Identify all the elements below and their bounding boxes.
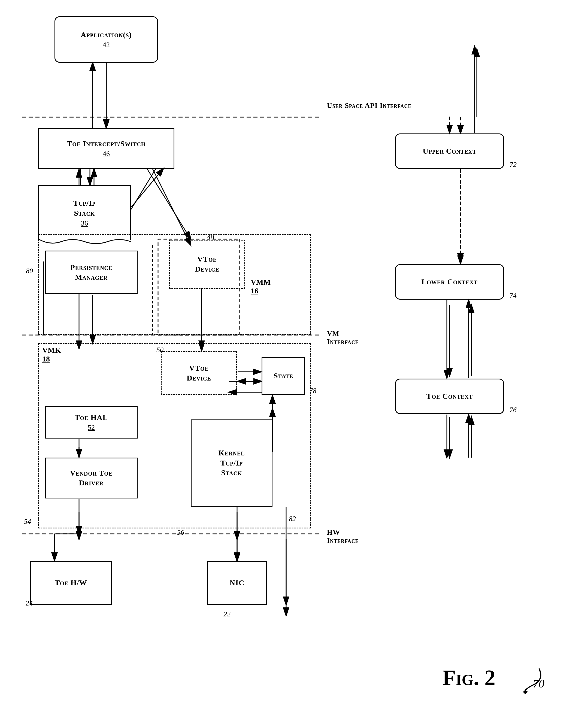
vmk-label: VMK18 bbox=[42, 346, 61, 363]
tcp-stack-ref: 36 bbox=[81, 219, 88, 228]
kernel-tcp-box: KernelTcp/IpStack bbox=[191, 419, 272, 506]
svg-line-8 bbox=[152, 169, 191, 245]
applications-ref: 42 bbox=[103, 41, 110, 49]
toe-hal-label: Toe HAL bbox=[75, 413, 108, 423]
vmm-label: VMM16 bbox=[251, 278, 271, 295]
persistence-manager-label: PersistenceManager bbox=[70, 263, 112, 282]
upper-context-label: Upper Context bbox=[423, 146, 476, 156]
ref-54: 54 bbox=[24, 518, 31, 526]
vtoe-vmm-ref: 48 bbox=[207, 233, 214, 241]
nic-label: NIC bbox=[230, 578, 245, 588]
diagram: Application(s) 42 User Space API Interfa… bbox=[0, 0, 588, 712]
tcp-stack-label: Tcp/IpStack bbox=[73, 198, 96, 218]
toe-hw-label: Toe H/W bbox=[55, 578, 87, 588]
vendor-toe-label: Vendor ToeDriver bbox=[70, 468, 113, 488]
toe-context-box: Toe Context bbox=[395, 379, 504, 414]
vtoe-device-vmm-box: VToeDevice bbox=[169, 240, 245, 289]
user-space-label: User Space API Interface bbox=[327, 101, 412, 111]
lower-context-label: Lower Context bbox=[421, 277, 478, 287]
persistence-ref: 80 bbox=[26, 267, 33, 275]
applications-box: Application(s) 42 bbox=[55, 16, 158, 63]
nic-box: NIC bbox=[207, 561, 267, 605]
vtoe-device-vmk-box: VToeDevice bbox=[161, 351, 237, 395]
toe-intercept-box: Toe Intercept/Switch 46 bbox=[38, 128, 174, 169]
toe-intercept-label: Toe Intercept/Switch bbox=[67, 139, 146, 149]
vtoe-device-vmk-label: VToeDevice bbox=[187, 363, 211, 383]
vendor-toe-box: Vendor ToeDriver bbox=[45, 458, 138, 498]
upper-context-ref: 72 bbox=[509, 161, 517, 169]
vtoe-vmk-ref: 50 bbox=[156, 346, 164, 354]
toe-hal-ref: 52 bbox=[88, 424, 95, 432]
toe-context-label: Toe Context bbox=[426, 391, 473, 401]
fig-arrow bbox=[517, 663, 550, 696]
hw-interface-label: HWInterface bbox=[327, 528, 359, 545]
lower-context-box: Lower Context bbox=[395, 264, 504, 300]
toe-hw-ref: 24 bbox=[26, 599, 33, 607]
vtoe-device-vmm-label: VToeDevice bbox=[195, 254, 219, 274]
state-label: State bbox=[274, 371, 293, 381]
svg-marker-32 bbox=[523, 691, 528, 694]
toe-context-ref: 76 bbox=[509, 406, 517, 414]
toe-hw-box: Toe H/W bbox=[30, 561, 112, 605]
toe-intercept-ref: 46 bbox=[103, 150, 110, 158]
toe-hal-box: Toe HAL 52 bbox=[45, 406, 138, 438]
svg-line-38 bbox=[131, 168, 164, 207]
svg-line-35 bbox=[147, 169, 191, 239]
state-ref: 78 bbox=[309, 387, 316, 395]
tcp-stack-box: Tcp/IpStack 36 bbox=[38, 185, 131, 240]
kernel-tcp-label: KernelTcp/IpStack bbox=[218, 448, 245, 478]
nic-ref: 22 bbox=[224, 610, 231, 618]
state-box: State bbox=[261, 357, 305, 395]
lower-context-ref: 74 bbox=[509, 292, 517, 300]
applications-label: Application(s) bbox=[81, 30, 132, 40]
ref-82: 82 bbox=[289, 515, 296, 523]
ref-56: 56 bbox=[177, 528, 184, 537]
vm-interface-label: VMInterface bbox=[327, 329, 359, 346]
upper-context-box: Upper Context bbox=[395, 133, 504, 169]
persistence-manager-box: PersistenceManager bbox=[45, 251, 138, 294]
fig-label: Fig. 2 bbox=[442, 665, 495, 690]
